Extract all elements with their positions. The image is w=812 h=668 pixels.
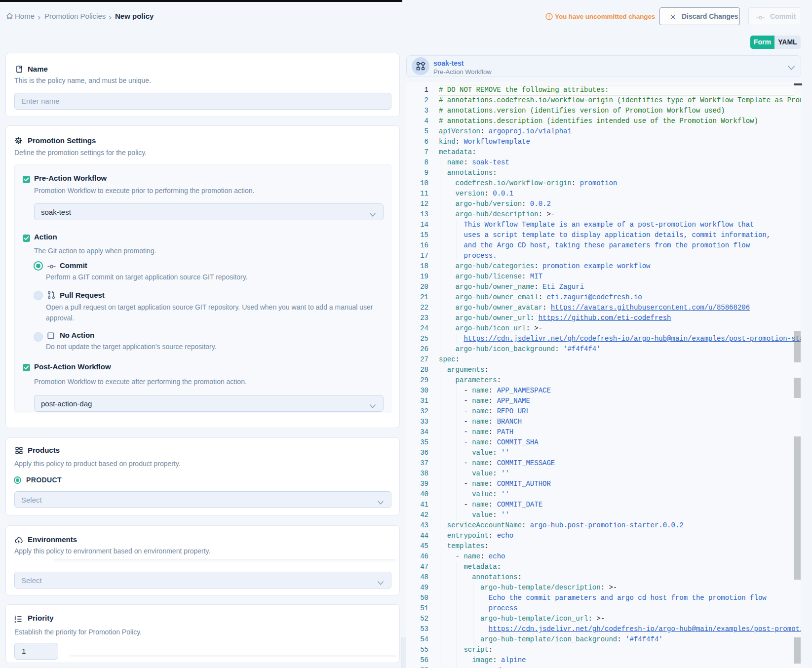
svg-text:3: 3: [14, 621, 16, 623]
